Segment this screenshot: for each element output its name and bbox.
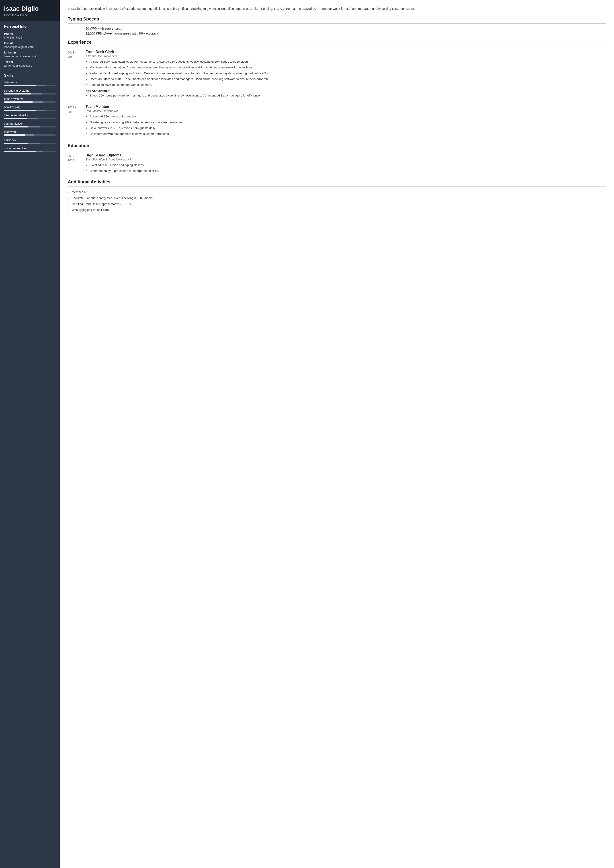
activity-item: Facilitate 5 annual charity meal events … xyxy=(72,196,606,200)
skill-bar xyxy=(4,85,56,86)
skill-bar xyxy=(4,151,56,152)
skill-bar xyxy=(4,101,56,103)
typing-speeds-section: Typing Speeds 90 WPM with zero errors.12… xyxy=(68,17,606,35)
edu-bullet: Excelled in MS Office and typing classes… xyxy=(90,163,606,168)
skill-name: efficiency xyxy=(4,138,56,142)
skill-item: bookkeeping xyxy=(4,106,56,111)
sidebar-header: Isaac Diglio Front Desk Clerk xyxy=(0,0,60,21)
twitter-label: Twitter xyxy=(4,60,56,64)
skills-heading: Skills xyxy=(4,73,56,78)
exp-bullet: Answered 25+ phone calls per day. xyxy=(90,114,606,119)
key-achievement-bullets: Saved 20+ hours per week for managers an… xyxy=(85,93,606,98)
exp-bullet: Gave answers to 50+ questions from guest… xyxy=(90,126,606,130)
skill-item: interpersonal skills xyxy=(4,114,56,119)
linkedin-value: linkedin.com/in/isaacdiglio xyxy=(4,54,56,58)
skill-bar xyxy=(4,93,56,95)
activity-item: Member, NAPR. xyxy=(72,189,606,194)
activities-list: Member, NAPR.Facilitate 5 annual charity… xyxy=(68,189,606,212)
experience-section: Experience 2018 -2020Front Desk ClerkAlt… xyxy=(68,40,606,138)
skill-bar xyxy=(4,134,56,136)
activities-section: Additional Activities Member, NAPR.Facil… xyxy=(68,179,606,212)
candidate-title: Front Desk Clerk xyxy=(4,13,56,17)
experience-divider xyxy=(68,47,606,47)
typing-speeds-list: 90 WPM with zero errors.12,000 KPH 10-ke… xyxy=(68,27,606,35)
email-value: isaacdiglio@gmail.com xyxy=(4,45,56,48)
main-content: Versatile front desk clerk with 2+ years… xyxy=(60,0,614,868)
skill-item: teamwork xyxy=(4,130,56,136)
exp-job-title: Front Desk Clerk xyxy=(85,50,606,54)
edu-bullet: Commended by 2 professors for interperso… xyxy=(90,169,606,173)
exp-bullet: Answered 100+ calls each week from custo… xyxy=(90,59,606,64)
exp-bullet: Scheduled 700+ appointments with custome… xyxy=(90,83,606,87)
exp-content: Front Desk ClerkAltreana, Inc., Newark N… xyxy=(85,50,606,100)
key-achievement-label: Key Achievement: xyxy=(85,89,606,93)
edu-school: East Side High School, Newark, NJ xyxy=(85,158,606,161)
edu-bullets: Excelled in MS Office and typing classes… xyxy=(85,163,606,173)
typing-speeds-title: Typing Speeds xyxy=(68,17,606,22)
skill-bar xyxy=(4,110,56,111)
education-entry: 2010 -2014High School DiplomaEast Side H… xyxy=(68,153,606,175)
skill-name: customer service xyxy=(4,147,56,150)
skill-bar xyxy=(4,143,56,144)
skill-item: data entry xyxy=(4,81,56,86)
typing-speed-item: 90 WPM with zero errors. xyxy=(85,27,606,30)
edu-degree: High School Diploma xyxy=(85,153,606,157)
skill-name: bookkeeping xyxy=(4,106,56,109)
skills-section: Skills data entryscheduling systemsphone… xyxy=(0,70,60,157)
skill-name: phone systems xyxy=(4,97,56,101)
email-label: E-mail xyxy=(4,42,56,45)
skill-item: efficiency xyxy=(4,138,56,144)
skill-name: communication xyxy=(4,122,56,125)
personal-info-section: Personal Info Phone 646-898-7895 E-mail … xyxy=(0,21,60,70)
skill-bar xyxy=(4,126,56,127)
skill-name: scheduling systems xyxy=(4,89,56,92)
edu-content: High School DiplomaEast Side High School… xyxy=(85,153,606,175)
skill-item: scheduling systems xyxy=(4,89,56,95)
edu-dates: 2010 -2014 xyxy=(68,153,85,175)
skill-name: interpersonal skills xyxy=(4,114,56,117)
skill-item: customer service xyxy=(4,147,56,152)
skill-item: communication xyxy=(4,122,56,127)
exp-bullet: Collaborated with management to solve cu… xyxy=(90,132,606,137)
exp-bullets: Answered 100+ calls each week from custo… xyxy=(85,59,606,87)
skill-name: data entry xyxy=(4,81,56,84)
exp-bullet: Performed light bookkeeping and billing.… xyxy=(90,71,606,76)
twitter-value: twitter.com/isaacdiglio xyxy=(4,64,56,67)
activity-item: Weekly jogging for self-care. xyxy=(72,208,606,213)
exp-dates: 2014 -2018 xyxy=(68,105,85,138)
exp-bullets: Answered 25+ phone calls per day.Greeted… xyxy=(85,114,606,137)
exp-bullet: Maintained documentation. Created new do… xyxy=(90,65,606,70)
linkedin-label: LinkedIn xyxy=(4,51,56,54)
phone-label: Phone xyxy=(4,32,56,36)
summary: Versatile front desk clerk with 2+ years… xyxy=(68,6,606,11)
education-list: 2010 -2014High School DiplomaEast Side H… xyxy=(68,153,606,175)
exp-company: Altreana, Inc., Newark NJ xyxy=(85,54,606,58)
activity-item: Certified Front Desk Representative (CFD… xyxy=(72,202,606,207)
exp-dates: 2018 -2020 xyxy=(68,50,85,100)
skill-item: phone systems xyxy=(4,97,56,103)
key-achievement-bullet: Saved 20+ hours per week for managers an… xyxy=(90,93,606,98)
candidate-name: Isaac Diglio xyxy=(4,5,56,12)
activities-title: Additional Activities xyxy=(68,179,606,185)
experience-title: Experience xyxy=(68,40,606,45)
education-title: Education xyxy=(68,143,606,148)
skill-name: teamwork xyxy=(4,130,56,134)
education-section: Education 2010 -2014High School DiplomaE… xyxy=(68,143,606,175)
exp-content: Team MemberRed Lobster, Newark, NJAnswer… xyxy=(85,105,606,138)
experience-entry: 2014 -2018Team MemberRed Lobster, Newark… xyxy=(68,105,606,138)
exp-job-title: Team Member xyxy=(85,105,606,109)
exp-bullet: Greeted guests, receiving 98% customer s… xyxy=(90,120,606,125)
skill-bar xyxy=(4,118,56,119)
phone-value: 646-898-7895 xyxy=(4,36,56,39)
experience-list: 2018 -2020Front Desk ClerkAltreana, Inc.… xyxy=(68,50,606,138)
skills-list: data entryscheduling systemsphone system… xyxy=(4,81,56,152)
typing-speed-item: 12,000 KPH 10-key typing speed with 98% … xyxy=(85,32,606,35)
exp-bullet: Used MS Office to draft 5+ documents per… xyxy=(90,77,606,82)
exp-company: Red Lobster, Newark, NJ xyxy=(85,109,606,113)
personal-info-heading: Personal Info xyxy=(4,25,56,30)
sidebar: Isaac Diglio Front Desk Clerk Personal I… xyxy=(0,0,60,868)
experience-entry: 2018 -2020Front Desk ClerkAltreana, Inc.… xyxy=(68,50,606,100)
